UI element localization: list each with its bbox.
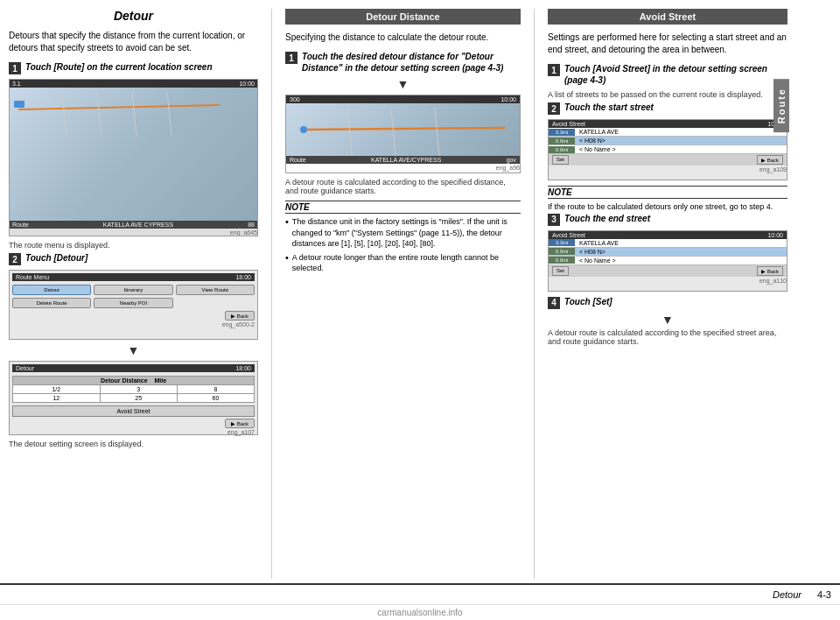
avoid-list-title-1: Avoid Street [552, 121, 585, 127]
detour-cell-2-1[interactable]: 12 [13, 394, 101, 403]
right-step4-text: Touch [Set] [564, 296, 612, 307]
detour-time: 18:00 [235, 365, 251, 371]
svg-line-8 [391, 108, 396, 156]
right-step1: 1 Touch [Avoid Street] in the detour set… [548, 63, 788, 86]
svg-line-2 [97, 92, 102, 136]
middle-step1-ref: (page 4-3) [462, 63, 503, 73]
menu-item-delete-route-label: Delete Route [37, 300, 67, 306]
detour-cell-2-3[interactable]: 60 [177, 394, 254, 403]
middle-note-bullet1: • The distance unit in the factory setti… [285, 216, 521, 250]
det-nav-top-right: 10:00 [500, 96, 516, 102]
svg-line-7 [347, 108, 352, 156]
right-column: Avoid Street Settings are performed here… [534, 9, 788, 579]
avoid-name-1-2: < H08 N> [578, 137, 787, 144]
svg-point-10 [300, 126, 307, 133]
avoid-name-2-2: < H08 N> [578, 248, 787, 256]
avoid-list-footer-1: Set ▶ Back [549, 154, 787, 166]
bullet-dot-1: • [285, 216, 289, 227]
nav-header: 3.1 10:00 [10, 80, 257, 88]
arrow-down-middle: ▼ [285, 78, 521, 90]
arrow-down-1: ▼ [9, 344, 258, 356]
route-tab-container: Route [774, 79, 789, 132]
det-nav-header: 300 10:00 [286, 95, 520, 103]
avoid-list-box-1: Avoid Street 10:00 3.3mi KATELLA AVE 0.0… [548, 119, 788, 180]
middle-note-title: NOTE [285, 201, 521, 214]
nav-bottom: Route KATELLA AVE CYPRESS 88 [10, 221, 257, 229]
det-map-svg [286, 103, 520, 156]
right-step1-main: Touch [Avoid Street] in the detour setti… [564, 64, 767, 74]
right-step1-ref: (page 4-3) [564, 75, 606, 85]
avoid-dist-2-2: 0.0mi [549, 248, 575, 255]
menu-item-detour[interactable]: Detour [12, 285, 91, 295]
avoid-back-btn-1[interactable]: ▶ Back [757, 155, 783, 165]
route-menu-header: Route Menu 18:00 [12, 273, 255, 281]
svg-line-0 [18, 105, 220, 109]
footer-label: Detour [773, 589, 802, 600]
route-tab: Route [774, 79, 789, 132]
arrow-down-right: ▼ [548, 314, 788, 326]
right-step2: 2 Touch the start street [548, 102, 788, 115]
page-container: Detour Detours that specify the distance… [0, 0, 840, 620]
avoid-list-item-2-2[interactable]: 0.0mi < H08 N> [549, 248, 787, 257]
nav-btm-mid: KATELLA AVE CYPRESS [103, 222, 173, 228]
nav-top-left: 3.1 [12, 81, 21, 87]
middle-note: NOTE • The distance unit in the factory … [285, 201, 521, 274]
right-intro: Settings are performed here for selectin… [548, 32, 788, 56]
middle-note-text1: The distance unit in the factory setting… [292, 216, 521, 250]
det-nav-btm-left: Route [290, 157, 306, 163]
watermark: carmanualsonline.info [0, 604, 840, 620]
right-step2-text: Touch the start street [564, 102, 654, 113]
middle-step1-num: 1 [285, 52, 298, 64]
avoid-set-btn-2[interactable]: Set [552, 266, 569, 276]
detour-cell-2-2[interactable]: 25 [100, 394, 177, 403]
nav-btm-right: 88 [248, 222, 255, 228]
det-nav-label: eng_a96 [286, 165, 520, 171]
bullet-dot-2: • [285, 252, 289, 263]
avoid-set-btn-1[interactable]: Set [552, 155, 569, 165]
menu-item-itinerary[interactable]: Itinerary [94, 285, 172, 295]
right-note-title: NOTE [548, 186, 788, 199]
middle-column: Detour Distance Specifying the distance … [271, 9, 534, 579]
route-menu-label: eng_a500-2 [12, 321, 255, 328]
avoid-street-btn[interactable]: Avoid Street [12, 405, 255, 417]
left-step1-text: Touch [Route] on the current location sc… [25, 61, 213, 73]
menu-item-nearby-poi[interactable]: Nearby POI [94, 298, 172, 308]
right-step1-text: Touch [Avoid Street] in the detour setti… [564, 63, 788, 86]
middle-caption: A detour route is calculated according t… [285, 178, 521, 195]
nav-map [10, 88, 257, 221]
avoid-back-btn-2[interactable]: ▶ Back [757, 266, 783, 276]
footer-sep [806, 589, 808, 600]
det-nav-bottom: Route KATELLA AVE/CYPRESS gov [286, 156, 520, 164]
detour-setting-box: Detour 18:00 Detour Distance Mile 1/2 3 … [9, 361, 258, 435]
avoid-list-item-2-3[interactable]: 0.0mi < No Name > [549, 257, 787, 265]
avoid-list-label-1: eng_a109 [549, 166, 787, 173]
route-menu-back[interactable]: ▶ Back [225, 311, 255, 321]
menu-item-view-route[interactable]: View Route [176, 285, 255, 295]
nav-btm-left: Route [12, 222, 29, 228]
avoid-list-box-2: Avoid Street 10:00 3.3mi KATELLA AVE 0.0… [548, 230, 788, 292]
detour-cell-1-1[interactable]: 1/2 [13, 385, 101, 394]
menu-grid: Detour Itinerary View Route Delete Route… [12, 285, 255, 308]
middle-step1-text: Touch the desired detour distance for "D… [302, 51, 521, 74]
detour-cell-1-2[interactable]: 3 [100, 385, 177, 394]
detour-back[interactable]: ▶ Back [225, 419, 255, 428]
menu-item-delete-route[interactable]: Delete Route [12, 298, 91, 308]
left-step1-num: 1 [9, 62, 21, 74]
nav-label-left: eng_a645 [10, 229, 257, 236]
left-column: Detour Detours that specify the distance… [9, 9, 271, 579]
left-caption2: The detour setting screen is displayed. [9, 440, 258, 448]
svg-line-4 [167, 92, 172, 136]
det-nav-btm-mid: KATELLA AVE/CYPRESS [371, 157, 441, 163]
avoid-name-2-1: KATELLA AVE [578, 239, 787, 247]
left-intro: Detours that specify the distance from t… [9, 30, 258, 54]
right-step3: 3 Touch the end street [548, 213, 788, 226]
avoid-list-item-1-1[interactable]: 3.3mi KATELLA AVE [549, 128, 787, 137]
detour-cell-1-3[interactable]: 8 [177, 385, 254, 394]
right-step2-num: 2 [548, 102, 560, 115]
detour-table: Detour Distance Mile 1/2 3 8 12 25 60 [12, 376, 255, 403]
menu-item-detour-label: Detour [44, 287, 60, 292]
avoid-list-item-1-3[interactable]: 0.0mi < No Name > [549, 145, 787, 154]
avoid-list-item-2-1[interactable]: 3.3mi KATELLA AVE [549, 239, 787, 248]
main-content: Detour Detours that specify the distance… [0, 0, 840, 579]
avoid-list-item-1-2[interactable]: 0.0mi < H08 N> [549, 137, 787, 145]
